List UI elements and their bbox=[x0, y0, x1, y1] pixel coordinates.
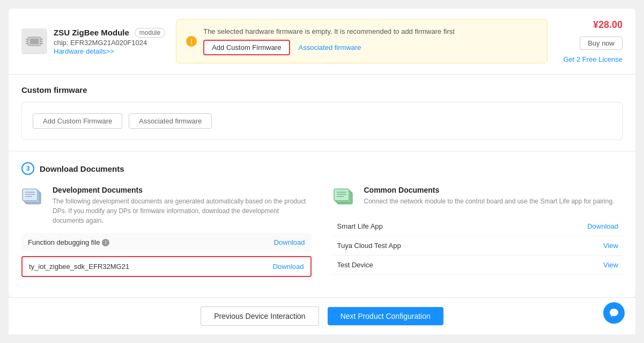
svg-rect-16 bbox=[334, 189, 349, 201]
warning-associated-link[interactable]: Associated firmware bbox=[299, 43, 361, 52]
download-section-title: Download Documents bbox=[40, 164, 124, 173]
price-section: ¥28.00 Buy now Get 2 Free License bbox=[558, 19, 623, 63]
next-button[interactable]: Next Product Configuration bbox=[328, 307, 443, 325]
product-icon bbox=[21, 28, 47, 54]
product-badge: module bbox=[135, 28, 165, 38]
warning-banner: ! The selected hardware firmware is empt… bbox=[176, 19, 547, 63]
download-link-2[interactable]: Download bbox=[273, 262, 304, 271]
file-row-highlighted: ty_iot_zigbee_sdk_EFR32MG21 Download bbox=[21, 256, 312, 277]
common-docs-table: Smart Life App Download Tuya Cloud Test … bbox=[333, 217, 623, 275]
common-doc-title: Common Documents bbox=[364, 186, 615, 194]
download-section: 3 Download Documents bbox=[9, 151, 635, 292]
dev-doc-icon bbox=[21, 186, 45, 209]
common-doc-action-2[interactable]: View bbox=[603, 242, 618, 250]
common-doc-action-1[interactable]: Download bbox=[587, 222, 618, 230]
associated-firmware-button[interactable]: Associated firmware bbox=[129, 113, 212, 129]
product-name: ZSU ZigBee Module bbox=[54, 28, 129, 37]
table-row: Tuya Cloud Test App View bbox=[333, 236, 623, 256]
warning-message: The selected hardware firmware is empty.… bbox=[203, 27, 537, 35]
common-doc-action-3[interactable]: View bbox=[603, 261, 618, 269]
file-name-2: ty_iot_zigbee_sdk_EFR32MG21 bbox=[29, 262, 129, 271]
product-chip: chip: EFR32MG21A020F1024 bbox=[54, 39, 165, 47]
svg-rect-10 bbox=[23, 189, 38, 201]
warning-icon: ! bbox=[186, 36, 197, 47]
hardware-details-link[interactable]: Hardware details>> bbox=[54, 47, 114, 55]
dev-docs-col: Development Documents The following deve… bbox=[21, 186, 312, 281]
common-doc-name-2: Tuya Cloud Test App bbox=[333, 236, 521, 256]
footer: Previous Device Interaction Next Product… bbox=[9, 297, 635, 334]
file-info: Function debugging file i bbox=[28, 238, 109, 246]
info-icon-1: i bbox=[102, 239, 109, 246]
dev-doc-title: Development Documents bbox=[53, 186, 312, 194]
add-custom-firmware-button[interactable]: Add Custom Firmware bbox=[33, 113, 122, 129]
common-doc-icon bbox=[333, 186, 357, 209]
warning-add-firmware-button[interactable]: Add Custom Firmware bbox=[203, 40, 290, 55]
common-doc-name-3: Test Device bbox=[333, 256, 521, 275]
common-doc-name-1: Smart Life App bbox=[333, 217, 521, 236]
custom-firmware-section: Custom firmware Add Custom Firmware Asso… bbox=[9, 75, 635, 151]
firmware-box: Add Custom Firmware Associated firmware bbox=[21, 102, 623, 140]
section-header: 3 Download Documents bbox=[21, 162, 623, 175]
download-columns: Development Documents The following deve… bbox=[21, 186, 623, 281]
product-info: ZSU ZigBee Module module chip: EFR32MG21… bbox=[21, 19, 165, 63]
common-doc-header: Common Documents Connect the network mod… bbox=[333, 186, 623, 209]
file-name-1: Function debugging file bbox=[28, 238, 100, 246]
dev-doc-header: Development Documents The following deve… bbox=[21, 186, 312, 225]
custom-firmware-title: Custom firmware bbox=[21, 85, 623, 94]
file-row: Function debugging file i Download bbox=[21, 233, 312, 252]
svg-rect-1 bbox=[30, 39, 39, 44]
download-link-1[interactable]: Download bbox=[274, 238, 305, 246]
buy-now-button[interactable]: Buy now bbox=[580, 37, 623, 50]
free-license-link[interactable]: Get 2 Free License bbox=[563, 55, 623, 63]
common-docs-col: Common Documents Connect the network mod… bbox=[333, 186, 623, 281]
step-circle: 3 bbox=[21, 162, 34, 175]
table-row: Test Device View bbox=[333, 256, 623, 275]
prev-button[interactable]: Previous Device Interaction bbox=[201, 306, 319, 326]
dev-doc-desc: The following development documents are … bbox=[53, 196, 312, 225]
table-row: Smart Life App Download bbox=[333, 217, 623, 236]
warning-text-block: The selected hardware firmware is empty.… bbox=[203, 27, 537, 55]
chat-button[interactable] bbox=[603, 302, 625, 324]
product-price: ¥28.00 bbox=[593, 19, 623, 31]
common-doc-desc: Connect the network module to the contro… bbox=[364, 196, 615, 206]
